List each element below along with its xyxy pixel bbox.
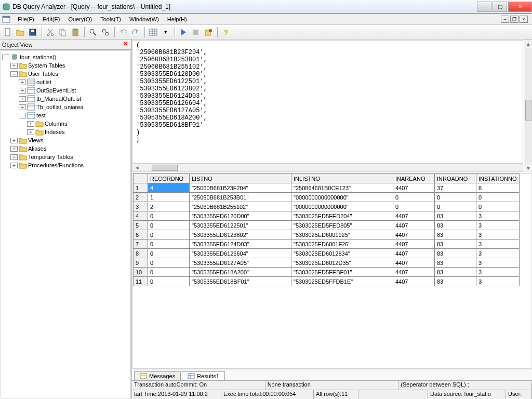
- cell-inlistno[interactable]: "5303025ED6001925": [291, 230, 393, 240]
- tree-toggle[interactable]: -: [10, 71, 18, 77]
- cell-inlistno[interactable]: "5303025ED6012834": [291, 249, 393, 258]
- cell-listno[interactable]: "5303355ED6123802": [190, 230, 291, 240]
- cell-listno[interactable]: "25060B681B255102": [190, 202, 291, 211]
- row-number[interactable]: 1: [134, 183, 148, 193]
- cell-inareano[interactable]: 4407: [393, 211, 435, 221]
- cell-instationno[interactable]: 3: [476, 230, 520, 240]
- table-row[interactable]: 80"5303355ED6126604""5303025ED6012834"44…: [134, 249, 520, 258]
- cell-recordno[interactable]: 0: [148, 221, 190, 230]
- cell-instationno[interactable]: 3: [476, 277, 520, 286]
- tree-user-tables[interactable]: User Tables: [28, 71, 58, 77]
- object-tree[interactable]: -four_stations() +System Tables -User Ta…: [1, 50, 131, 398]
- cell-instationno[interactable]: 3: [476, 258, 520, 268]
- row-number[interactable]: 6: [134, 230, 148, 240]
- cell-instationno[interactable]: 3: [476, 240, 520, 249]
- cell-recordno[interactable]: 0: [148, 258, 190, 268]
- cell-recordno[interactable]: 0: [148, 230, 190, 240]
- cell-inareano[interactable]: 4407: [393, 277, 435, 286]
- cell-listno[interactable]: "25060B681B23F204": [190, 183, 291, 193]
- tree-toggle[interactable]: +: [10, 146, 18, 152]
- col-listno[interactable]: LISTNO: [190, 174, 291, 183]
- row-number[interactable]: 5: [134, 221, 148, 230]
- menu-window[interactable]: Window(W): [125, 15, 163, 23]
- tree-toggle[interactable]: +: [10, 138, 18, 143]
- cell-instationno[interactable]: 3: [476, 211, 520, 221]
- cell-recordno[interactable]: 4: [148, 183, 190, 193]
- tree-columns[interactable]: Columns: [45, 121, 67, 127]
- help-icon[interactable]: ?: [220, 26, 232, 38]
- row-number[interactable]: 3: [134, 202, 148, 211]
- tree-toggle[interactable]: +: [19, 104, 26, 110]
- row-number[interactable]: 7: [134, 240, 148, 249]
- cell-inlistno[interactable]: "250864681B0CE123": [291, 183, 393, 193]
- cell-listno[interactable]: "5305355ED618BF01": [190, 277, 291, 286]
- cell-recordno[interactable]: 0: [148, 211, 190, 221]
- cell-inlistno[interactable]: "5303025ED5FED805": [291, 221, 393, 230]
- cell-inlistno[interactable]: "5303025ED5FEBF01": [291, 268, 393, 277]
- cell-inlistno[interactable]: "0000000000000000": [291, 202, 393, 211]
- close-button[interactable]: ✕: [508, 2, 532, 12]
- tab-results1[interactable]: Results1: [182, 371, 225, 380]
- copy-icon[interactable]: [57, 26, 69, 38]
- tree-uniarea[interactable]: Tb_outlist_uniarea: [36, 104, 84, 110]
- menu-edit[interactable]: Edit(E): [38, 15, 64, 23]
- sql-hscrollbar[interactable]: ◂: [133, 163, 523, 171]
- cell-inareano[interactable]: 4407: [393, 240, 435, 249]
- table-row[interactable]: 90"5303355ED6127A05""5303025ED6012D35"44…: [134, 258, 520, 268]
- mdi-restore-button[interactable]: ❐: [510, 16, 518, 23]
- control-menu-icon[interactable]: [2, 15, 10, 23]
- cell-inroadno[interactable]: 0: [435, 202, 476, 211]
- paste-icon[interactable]: [70, 26, 81, 38]
- table-row[interactable]: 60"5303355ED6123802""5303025ED6001925"44…: [134, 230, 520, 240]
- run-icon[interactable]: [178, 26, 189, 38]
- cell-recordno[interactable]: 0: [148, 268, 190, 277]
- cell-inareano[interactable]: 4407: [393, 221, 435, 230]
- open-icon[interactable]: [15, 26, 26, 38]
- cell-inroadno[interactable]: 83: [435, 268, 476, 277]
- sql-editor[interactable]: ( '25060B681B23F204', '25060B681B253B01'…: [133, 41, 523, 163]
- cell-instationno[interactable]: 8: [476, 183, 520, 193]
- table-row[interactable]: 32"25060B681B255102""0000000000000000"00…: [134, 202, 520, 211]
- row-number[interactable]: 8: [134, 249, 148, 258]
- cell-recordno[interactable]: 0: [148, 240, 190, 249]
- cell-instationno[interactable]: 3: [476, 268, 520, 277]
- tree-toggle[interactable]: +: [27, 121, 34, 127]
- sql-vscrollbar[interactable]: ▴▾: [524, 39, 532, 172]
- cell-inareano[interactable]: 4407: [393, 249, 435, 258]
- tab-messages[interactable]: Messages: [134, 371, 181, 380]
- tree-root[interactable]: four_stations(): [20, 54, 56, 60]
- grid-dropdown-icon[interactable]: ▾: [160, 26, 171, 38]
- find-icon[interactable]: [87, 26, 99, 38]
- tree-indexes[interactable]: Indexes: [45, 129, 65, 135]
- tree-outlist[interactable]: outlist: [36, 79, 51, 85]
- cell-inareano[interactable]: 0: [393, 202, 435, 211]
- table-row[interactable]: 21"25060B681B253B01""0000000000000000"00…: [134, 193, 520, 202]
- stop-icon[interactable]: [190, 26, 202, 38]
- cell-inroadno[interactable]: 0: [435, 193, 476, 202]
- cell-listno[interactable]: "5303355ED6126604": [190, 249, 291, 258]
- tree-outsp[interactable]: OutSpEventList: [36, 87, 76, 94]
- tree-temp[interactable]: Temporary Tables: [28, 154, 73, 160]
- cell-inlistno[interactable]: "5303025ED6001F26": [291, 240, 393, 249]
- row-number[interactable]: 2: [134, 193, 148, 202]
- col-recordno[interactable]: RECORDNO: [148, 174, 190, 183]
- cell-inroadno[interactable]: 83: [435, 230, 476, 240]
- cell-inroadno[interactable]: 83: [435, 258, 476, 268]
- cell-inlistno[interactable]: "0000000000000000": [291, 193, 393, 202]
- mdi-minimize-button[interactable]: –: [501, 16, 509, 23]
- redo-icon[interactable]: [130, 26, 141, 38]
- cell-recordno[interactable]: 0: [148, 277, 190, 286]
- cell-inareano[interactable]: 4407: [393, 258, 435, 268]
- tree-views[interactable]: Views: [28, 137, 43, 143]
- rownum-header[interactable]: [134, 174, 148, 183]
- cell-inlistno[interactable]: "5303025ED5FED204": [291, 211, 393, 221]
- col-inroadno[interactable]: INROADNO: [435, 174, 476, 183]
- cell-instationno[interactable]: 3: [476, 249, 520, 258]
- cell-inlistno[interactable]: "5303025ED6012D35": [291, 258, 393, 268]
- cell-inareano[interactable]: 4407: [393, 230, 435, 240]
- tree-toggle[interactable]: +: [10, 63, 18, 69]
- cell-instationno[interactable]: 0: [476, 193, 520, 202]
- cell-inroadno[interactable]: 83: [435, 211, 476, 221]
- tree-aliases[interactable]: Aliases: [28, 145, 46, 152]
- tree-toggle[interactable]: +: [19, 79, 26, 85]
